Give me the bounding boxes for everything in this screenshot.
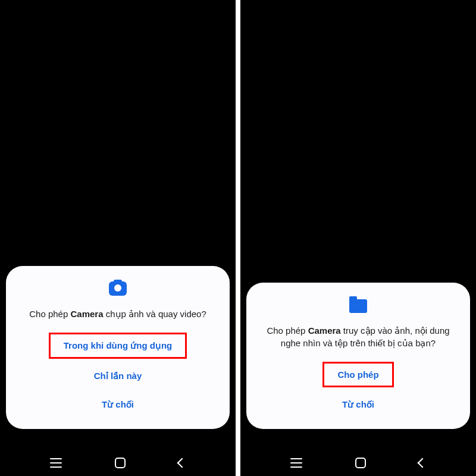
deny-button[interactable]: Từ chối: [91, 392, 145, 417]
phone-screen-left: Cho phép Camera chụp ảnh và quay video? …: [0, 0, 236, 476]
screen-content: Cho phép Camera truy cập vào ảnh, nội du…: [240, 0, 476, 450]
deny-button[interactable]: Từ chối: [331, 392, 385, 417]
navigation-bar: [240, 450, 476, 476]
permission-dialog-camera: Cho phép Camera chụp ảnh và quay video? …: [6, 266, 230, 429]
message-prefix: Cho phép: [29, 309, 70, 319]
phone-screen-right: Cho phép Camera truy cập vào ảnh, nội du…: [240, 0, 476, 476]
allow-while-using-button[interactable]: Trong khi dùng ứng dụng: [49, 333, 187, 359]
permission-message: Cho phép Camera chụp ảnh và quay video?: [27, 308, 209, 321]
message-suffix: chụp ảnh và quay video?: [104, 309, 206, 319]
recents-button[interactable]: [50, 458, 62, 468]
permission-dialog-storage: Cho phép Camera truy cập vào ảnh, nội du…: [246, 283, 470, 430]
allow-button[interactable]: Cho phép: [322, 362, 393, 387]
permission-message: Cho phép Camera truy cập vào ảnh, nội du…: [258, 324, 458, 350]
back-button[interactable]: [177, 458, 187, 468]
message-bold: Camera: [308, 325, 341, 336]
screen-content: Cho phép Camera chụp ảnh và quay video? …: [0, 0, 236, 450]
camera-icon: [108, 280, 127, 297]
home-button[interactable]: [355, 458, 366, 468]
folder-icon: [349, 297, 368, 314]
message-prefix: Cho phép: [267, 325, 308, 336]
back-button[interactable]: [417, 458, 427, 468]
message-bold: Camera: [70, 309, 103, 319]
home-button[interactable]: [115, 458, 126, 468]
navigation-bar: [0, 450, 236, 476]
only-this-time-button[interactable]: Chỉ lần này: [83, 364, 153, 389]
recents-button[interactable]: [290, 458, 302, 468]
